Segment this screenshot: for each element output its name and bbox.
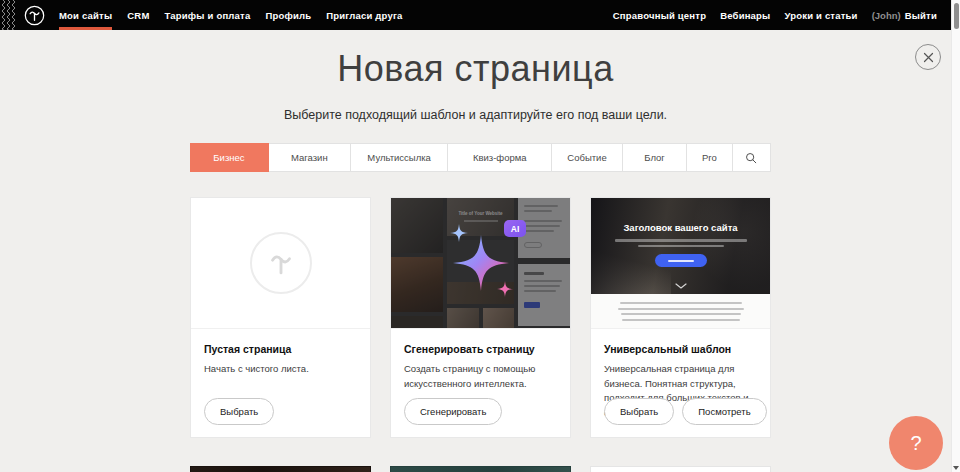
nav-lessons[interactable]: Уроки и статьи <box>784 1 857 30</box>
page-subtitle: Выберите подходящий шаблон и адаптируйте… <box>0 108 951 122</box>
user-name: (John) <box>872 10 901 21</box>
template-text-section <box>591 294 770 328</box>
card-blank-page[interactable]: Пустая страница Начать с чистого листа. … <box>190 197 371 438</box>
card-title: Пустая страница <box>204 343 357 355</box>
tab-business[interactable]: Бизнес <box>190 143 269 172</box>
card-universal-template[interactable]: Заголовок вашего сайта Универсальный ша <box>590 197 771 438</box>
tab-multilink[interactable]: Мультиссылка <box>351 144 449 171</box>
chevron-down-icon <box>675 283 687 289</box>
nav-invite-friend[interactable]: Пригласи друга <box>326 1 402 30</box>
universal-template-preview: Заголовок вашего сайта <box>591 198 770 329</box>
card-title: Сгенерировать страницу <box>404 343 557 355</box>
scrollbar[interactable] <box>951 0 960 472</box>
tab-quiz-form[interactable]: Квиз-форма <box>448 144 552 171</box>
search-icon <box>745 152 757 164</box>
secondary-nav: Справочный центр Вебинары Уроки и статьи… <box>613 1 937 30</box>
cutoff-card-teal[interactable] <box>390 466 571 472</box>
next-row-cards <box>190 466 771 472</box>
template-category-tabs: Бизнес Магазин Мультиссылка Квиз-форма С… <box>190 143 771 172</box>
scrollbar-down-arrow-icon[interactable] <box>953 466 959 470</box>
tilda-logo[interactable] <box>24 5 45 26</box>
template-hero-subtitle-line <box>615 239 747 242</box>
nav-webinars[interactable]: Вебинары <box>720 1 770 30</box>
card-info: Универсальный шаблон Универсальная стран… <box>591 329 770 437</box>
ai-badge-label: AI <box>511 224 520 234</box>
generate-button[interactable]: Сгенерировать <box>404 398 502 425</box>
preview-template-button[interactable]: Посмотреть <box>682 398 766 425</box>
tab-event[interactable]: Событие <box>552 144 623 171</box>
card-info: Пустая страница Начать с чистого листа. … <box>191 329 370 437</box>
ai-preview: Title of Your Website <box>391 198 570 329</box>
template-hero: Заголовок вашего сайта <box>591 198 770 294</box>
tab-search[interactable] <box>733 144 770 171</box>
nav-my-sites[interactable]: Мои сайты <box>59 1 112 30</box>
template-hero-title: Заголовок вашего сайта <box>591 222 770 233</box>
card-description: Начать с чистого листа. <box>204 362 357 377</box>
close-button[interactable] <box>915 44 941 70</box>
top-nav: Мои сайты CRM Тарифы и оплата Профиль Пр… <box>0 0 951 30</box>
template-hero-subtitle-line <box>638 245 724 248</box>
nav-crm[interactable]: CRM <box>127 1 149 30</box>
question-mark-icon: ? <box>910 432 921 455</box>
select-template-button[interactable]: Выбрать <box>604 398 674 425</box>
tab-store[interactable]: Магазин <box>269 144 351 171</box>
card-ai-generate[interactable]: Title of Your Website <box>390 197 571 438</box>
cutoff-card-dark[interactable] <box>190 466 371 472</box>
tab-pro[interactable]: Pro <box>687 144 732 171</box>
logout-link[interactable]: Выйти <box>905 1 937 30</box>
tilda-watermark-icon <box>250 232 312 294</box>
nav-profile[interactable]: Профиль <box>265 1 311 30</box>
help-button[interactable]: ? <box>889 416 943 470</box>
tab-blog[interactable]: Блог <box>623 144 687 171</box>
nav-pricing[interactable]: Тарифы и оплата <box>165 1 251 30</box>
card-description: Создать страницу с помощью искусственног… <box>404 362 557 391</box>
primary-nav: Мои сайты CRM Тарифы и оплата Профиль Пр… <box>59 1 403 30</box>
nav-help-center[interactable]: Справочный центр <box>613 1 706 30</box>
card-info: Сгенерировать страницу Создать страницу … <box>391 329 570 437</box>
scrollbar-thumb[interactable] <box>954 3 959 29</box>
close-icon <box>923 52 934 63</box>
template-cards: Пустая страница Начать с чистого листа. … <box>190 197 771 438</box>
card-title: Универсальный шаблон <box>604 343 757 355</box>
ai-sparkle-icon: AI <box>421 211 541 315</box>
blank-page-preview <box>191 198 370 329</box>
template-hero-button <box>655 254 707 267</box>
cutoff-card-light[interactable] <box>590 466 771 472</box>
texture-pattern <box>0 0 16 30</box>
select-blank-button[interactable]: Выбрать <box>204 398 274 425</box>
page-title: Новая страница <box>0 48 951 90</box>
